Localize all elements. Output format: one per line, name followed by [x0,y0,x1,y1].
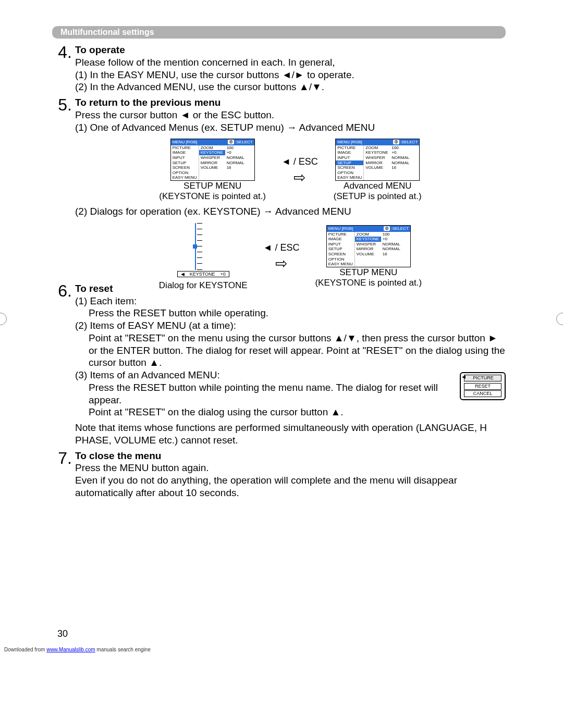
section-header: Multifunctional settings [52,26,506,39]
step-text: Point at "RESET" on the menu using the c… [89,332,506,369]
step-number: 6. [52,282,72,299]
arrow-right-icon: ⇨ [275,256,287,271]
step-title: To reset [75,282,137,295]
step-4: 4. To operate Please follow of the menti… [52,44,506,69]
page-number: 30 [57,628,68,639]
step-6: 6. To reset (1) Each item: [52,282,506,307]
osd-setup-menu: MENU [RGB] ⦿ :SELECT PICTURE IMAGE INPUT… [326,225,411,267]
step-title: To return to the previous menu [75,96,274,109]
step-5: 5. To return to the previous menu Press … [52,96,506,121]
osd-setup-menu: MENU [RGB] ⦿ :SELECT PICTURE IMAGE INPUT… [170,139,255,181]
arrow-label: ◄ / ESC [263,242,300,253]
reset-dialog: ◀ PICTURE RESET CANCEL [460,372,506,400]
crop-mark-right [556,313,563,325]
dialog-name: KEYSTONE [190,272,215,277]
reset-option: RESET [464,383,501,390]
step-text: Point at "RESET" on the dialog using the… [89,406,506,418]
step-text: Please follow of the mention concerned i… [75,56,335,69]
step-text: Press the RESET button while pointing th… [89,381,506,406]
step-text: (3) Items of an Advanced MENU: [75,369,506,381]
figure-caption: (KEYSTONE is pointed at.) [315,278,422,288]
arrow-right-icon: ⇨ [293,170,305,185]
arrow-label: ◄ / ESC [282,156,318,167]
reset-dialog-title: PICTURE [464,375,501,381]
step-text: Press the cursor button ◄ or the ESC but… [75,109,274,121]
figure-caption: (KEYSTONE is pointed at.) [159,191,266,202]
osd-title: MENU [RGB] [173,140,198,145]
step-number: 7. [52,450,72,466]
step-text: (2) In the Advanced MENU, use the cursor… [75,81,506,93]
osd-select-label: :SELECT [235,140,252,144]
footer-post: manuals search engine [95,647,151,652]
figure-row-2: ◀ KEYSTONE +0 Dialog for KEYSTONE ◄ / ES… [75,223,506,291]
step-text: (1) One of Advanced Menus (ex. SETUP men… [75,121,506,134]
select-icon: ⦿ [228,140,234,144]
footer: Downloaded from www.Manualslib.com manua… [4,647,151,652]
step-text: Press the RESET button while operating. [89,307,506,319]
step-number: 5. [52,96,72,113]
figure-caption: SETUP MENU [339,267,397,278]
figure-caption: SETUP MENU [183,181,241,191]
step-title: To close the menu [75,450,209,462]
step-7: 7. To close the menu Press the MENU butt… [52,450,506,475]
step-title: To operate [75,44,335,56]
triangle-left-icon: ◀ [462,374,466,380]
step-text: Even if you do not do anything, the oper… [75,474,506,499]
figure-caption: Advanced MENU [344,181,411,191]
footer-link[interactable]: www.Manualslib.com [46,647,95,652]
keystone-dialog: ◀ KEYSTONE +0 [177,223,229,277]
triangle-left-icon: ◀ [181,272,185,277]
manual-page: Multifunctional settings 4. To operate P… [0,0,563,728]
step-text: (1) Each item: [75,295,137,307]
figure-row-1: MENU [RGB] ⦿ :SELECT PICTURE IMAGE INPUT… [75,139,506,202]
step-text: Press the MENU button again. [75,462,209,474]
step-text: (1) In the EASY MENU, use the cursor but… [75,69,506,81]
osd-advanced-menu: MENU [RGB] ⦿ :SELECT PICTURE IMAGE INPUT… [335,139,420,181]
figure-caption: (SETUP is pointed at.) [334,191,422,202]
step-note: Note that items whose functions are perf… [75,422,506,447]
cancel-option: CANCEL [464,390,501,397]
figure-caption: Dialog for KEYSTONE [159,280,248,291]
step-text: (2) Dialogs for operation (ex. KEYSTONE)… [75,205,506,218]
footer-pre: Downloaded from [4,647,46,652]
crop-mark-left [0,313,7,325]
dialog-value: +0 [221,272,226,277]
step-text: (2) Items of EASY MENU (at a time): [75,319,506,332]
step-number: 4. [52,44,72,60]
